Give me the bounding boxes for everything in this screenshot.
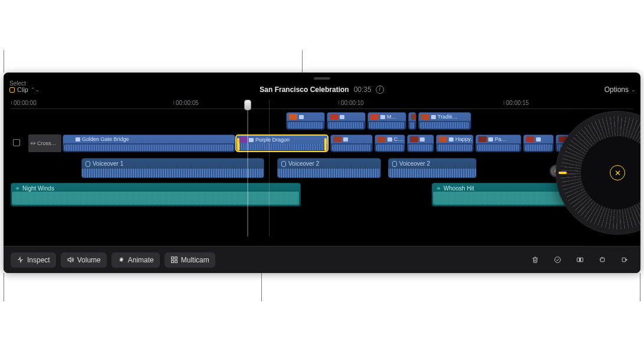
timeline-panel: Select Clip ⌃⌄ San Francisco Celebration… <box>4 73 640 273</box>
multicam-button[interactable]: Multicam <box>165 252 215 268</box>
callout-line <box>261 273 262 301</box>
camera-icon <box>536 137 541 142</box>
voiceover-clip[interactable]: Voiceover 2 <box>277 158 381 178</box>
callout-line <box>4 50 4 73</box>
timeline-tracks[interactable]: M…Traditi… Cross…Golden Gate BridgePurpl… <box>11 110 633 236</box>
svg-rect-8 <box>580 258 583 262</box>
clip-label: Whoosh Hit <box>443 185 474 192</box>
sound-icon <box>15 186 20 191</box>
enable-button[interactable] <box>548 251 566 269</box>
lane-switcher[interactable] <box>550 165 573 178</box>
append-button[interactable] <box>616 251 633 269</box>
lane-b-icon <box>563 168 573 174</box>
clip-label: Night Winds <box>22 185 54 192</box>
clip-label: Happy… <box>455 136 473 142</box>
video-clip[interactable]: Purple Dragon <box>235 134 328 152</box>
video-clip[interactable]: Pa… <box>475 134 521 152</box>
camera-icon <box>343 137 348 142</box>
svg-rect-10 <box>622 258 625 262</box>
camera-icon <box>249 138 254 142</box>
project-duration: 00:35 <box>354 86 372 94</box>
video-clip[interactable] <box>330 134 373 152</box>
camera-icon <box>569 137 573 142</box>
clip-label: Traditi… <box>438 114 458 120</box>
video-clip[interactable]: Happy… <box>436 134 474 152</box>
ruler-tick: 00:00:15 <box>506 100 529 106</box>
svg-rect-7 <box>577 258 579 262</box>
clip-label: M… <box>387 114 397 120</box>
header-bar: Select Clip ⌃⌄ San Francisco Celebration… <box>4 82 640 97</box>
clip-label: Purple Dragon <box>255 137 290 143</box>
video-clip[interactable] <box>327 112 366 130</box>
music-clip[interactable]: Whoosh Hit <box>432 183 587 206</box>
svg-rect-4 <box>171 261 173 263</box>
info-icon[interactable] <box>376 86 385 94</box>
video-clip[interactable] <box>523 134 554 152</box>
inspect-button[interactable]: Inspect <box>11 252 56 268</box>
select-label: Select <box>9 80 26 87</box>
voiceover-clip[interactable]: Voiceover 1 <box>81 158 264 178</box>
primary-storyline-row: Cross…Golden Gate BridgePurple DragonC…H… <box>11 134 633 153</box>
volume-label: Volume <box>77 256 101 264</box>
clip-label: Golden Gate Bridge <box>82 136 129 142</box>
mic-icon <box>392 161 397 167</box>
video-clip[interactable]: M… <box>367 112 406 130</box>
video-clip[interactable]: Golden Gate Bridge <box>63 134 235 152</box>
video-clip[interactable]: C… <box>374 134 405 152</box>
callout-line <box>4 273 4 301</box>
transition-label: Cross… <box>37 140 57 146</box>
sound-icon <box>436 186 441 191</box>
selection-mode-picker[interactable]: Select Clip ⌃⌄ <box>9 86 40 93</box>
delete-button[interactable] <box>526 251 544 269</box>
svg-rect-3 <box>175 257 177 259</box>
voiceover-clip[interactable]: Voiceover 2 <box>388 158 477 178</box>
callout-line <box>302 50 303 73</box>
inspect-label: Inspect <box>27 256 50 264</box>
animate-label: Animate <box>128 256 154 264</box>
ruler-tick: 00:00:05 <box>176 100 199 106</box>
clip-label: Voiceover 2 <box>399 160 430 167</box>
playhead-line <box>247 109 248 236</box>
video-clip[interactable] <box>286 112 325 130</box>
transition-clip[interactable]: Cross… <box>28 134 61 152</box>
video-clip[interactable] <box>556 134 579 152</box>
svg-point-6 <box>554 257 560 263</box>
svg-rect-2 <box>171 257 173 259</box>
volume-button[interactable]: Volume <box>61 252 107 268</box>
camera-icon <box>387 137 392 142</box>
camera-icon <box>488 137 493 142</box>
camera-icon <box>431 115 436 119</box>
ruler-tick: 00:00:10 <box>341 100 364 106</box>
camera-icon <box>340 115 344 119</box>
split-button[interactable] <box>571 251 589 269</box>
clip-label: Voiceover 2 <box>288 160 319 167</box>
camera-icon <box>75 137 80 142</box>
mode-label: Clip <box>17 86 28 93</box>
callout-line <box>640 273 640 301</box>
video-clip[interactable] <box>407 134 434 152</box>
lane-a-icon <box>551 166 561 176</box>
options-menu[interactable]: Options ⌄ <box>604 86 636 94</box>
svg-rect-1 <box>556 169 557 172</box>
svg-rect-5 <box>175 261 177 263</box>
music-clip[interactable]: Night Winds <box>11 183 301 206</box>
storyline-toggle-icon[interactable] <box>13 139 20 146</box>
time-ruler[interactable]: 00:00:0000:00:0500:00:1000:00:15 <box>11 100 633 109</box>
project-title: San Francisco Celebration <box>259 86 349 94</box>
animate-button[interactable]: Animate <box>111 252 160 268</box>
voiceover-row: Voiceover 1Voiceover 2Voiceover 2 <box>11 157 633 179</box>
clip-label: Voiceover 1 <box>93 160 123 167</box>
video-clip[interactable]: Traditi… <box>418 112 471 130</box>
bottom-toolbar: Inspect Volume Animate Multicam <box>4 246 640 273</box>
mic-icon <box>86 161 90 167</box>
project-header: San Francisco Celebration 00:35 <box>259 86 384 94</box>
camera-icon <box>420 137 425 142</box>
clip-label: C… <box>394 136 403 142</box>
clip-label: Pa… <box>495 136 507 142</box>
skimmer-line <box>269 100 270 236</box>
drag-handle[interactable] <box>314 77 330 80</box>
mic-icon <box>281 161 286 167</box>
insert-button[interactable] <box>593 251 611 269</box>
camera-icon <box>449 137 454 142</box>
video-clip[interactable] <box>408 112 416 130</box>
